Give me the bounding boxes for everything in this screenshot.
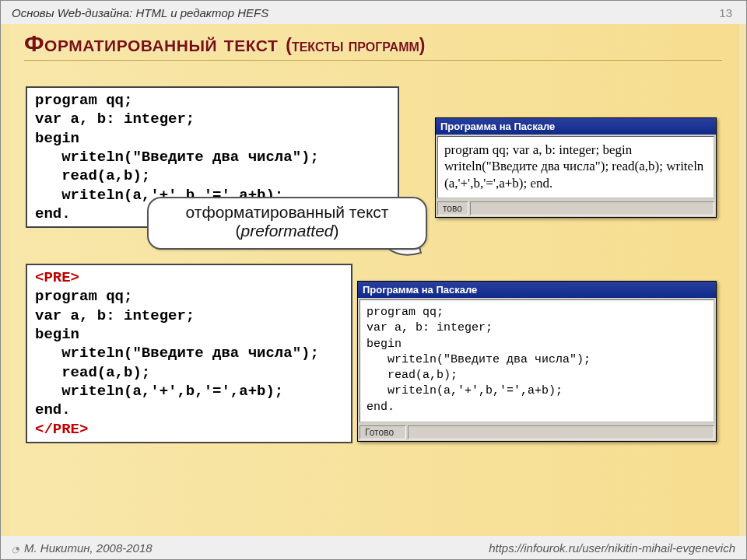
footer-bar: ◔М. Никитин, 2008-2018 https://infourok.… [1,536,746,559]
window-statusbar: Готово [358,424,716,441]
window-body: program qq; var a, b: integer; begin wri… [437,136,714,198]
window-titlebar[interactable]: Программа на Паскале [358,282,716,298]
footer-url: https://infourok.ru/user/nikitin-mihail-… [489,541,735,555]
callout-line1: отформатированный текст [158,203,416,222]
browser-window-formatted: Программа на Паскале program qq; var a, … [357,281,717,442]
status-cell-empty [470,201,714,215]
window-title: Программа на Паскале [363,284,477,296]
pre-close-tag: </PRE> [35,421,88,438]
page-title: Форматированный текст [24,30,278,57]
bullet-icon: ◔ [12,544,19,554]
page-subtitle: (тексты программ) [286,35,425,56]
content-area: Форматированный текст (тексты программ) … [9,24,738,536]
breadcrumb: Основы Web-дизайна: HTML и редактор HEFS [12,6,268,19]
page-number: 13 [719,6,735,19]
title-row: Форматированный текст (тексты программ) [9,24,738,58]
status-cell: тово [437,201,468,215]
status-cell: Готово [359,425,406,439]
callout-bubble: отформатированный текст (preformatted) [147,197,427,250]
code-block-pre: <PRE> program qq; var a, b: integer; beg… [26,264,352,443]
footer-author: ◔М. Никитин, 2008-2018 [12,541,153,555]
window-statusbar: тово [436,200,716,217]
code-text: program qq; var a, b: integer; begin wri… [35,288,319,418]
browser-window-unformatted: Программа на Паскале program qq; var a, … [435,117,717,218]
title-divider [24,60,722,61]
callout-line2: (preformatted) [158,222,416,240]
window-body: program qq; var a, b: integer; begin wri… [359,299,714,422]
window-title: Программа на Паскале [440,121,555,132]
slide: Основы Web-дизайна: HTML и редактор HEFS… [0,0,747,560]
window-titlebar[interactable]: Программа на Паскале [436,118,716,135]
status-cell-empty [408,425,714,439]
pre-open-tag: <PRE> [35,269,79,286]
header-bar: Основы Web-дизайна: HTML и редактор HEFS… [1,1,746,24]
